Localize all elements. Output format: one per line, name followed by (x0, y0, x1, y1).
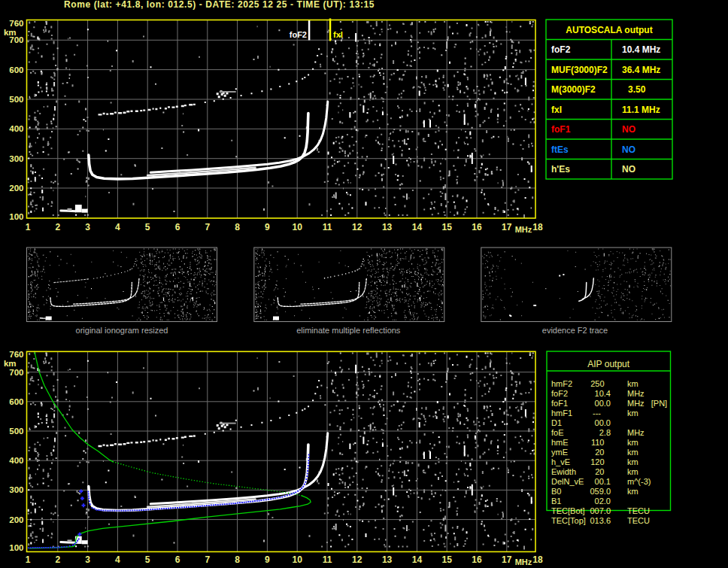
svg-text:250: 250 (590, 379, 604, 388)
svg-text:00.1: 00.1 (595, 477, 611, 486)
svg-text:MUF(3000)F2: MUF(3000)F2 (551, 65, 608, 75)
svg-text:13: 13 (382, 554, 393, 565)
svg-text:12: 12 (352, 222, 362, 232)
svg-text:h'Es: h'Es (551, 164, 570, 175)
svg-text:3: 3 (85, 554, 90, 565)
svg-text:foF2: foF2 (551, 44, 571, 55)
svg-text:20: 20 (595, 448, 604, 457)
svg-text:100: 100 (9, 543, 23, 552)
svg-text:18: 18 (532, 554, 543, 565)
svg-text:11: 11 (323, 554, 332, 565)
svg-text:120: 120 (590, 457, 604, 466)
svg-text:km: km (627, 467, 639, 476)
svg-text:760: 760 (9, 350, 23, 359)
svg-text:TECU: TECU (627, 516, 650, 525)
svg-text:2.8: 2.8 (599, 428, 611, 437)
svg-text:1: 1 (26, 222, 31, 232)
svg-text:TEC[Bot]: TEC[Bot] (551, 506, 585, 515)
svg-text:DelN_vE: DelN_vE (551, 477, 584, 486)
svg-text:foF1: foF1 (551, 124, 571, 135)
svg-text:13: 13 (382, 222, 393, 232)
svg-text:15: 15 (442, 222, 453, 232)
svg-text:17: 17 (502, 222, 512, 232)
svg-text:TECU: TECU (627, 506, 650, 515)
svg-text:36.4 MHz: 36.4 MHz (622, 65, 660, 75)
svg-text:10: 10 (293, 222, 303, 232)
svg-text:059.0: 059.0 (590, 487, 611, 496)
svg-text:B0: B0 (551, 487, 561, 496)
svg-text:M(3000)F2: M(3000)F2 (551, 84, 596, 95)
svg-text:200: 200 (9, 184, 23, 193)
svg-text:km: km (627, 448, 639, 457)
svg-text:2: 2 (55, 554, 60, 565)
svg-text:00.0: 00.0 (595, 418, 611, 427)
svg-text:14: 14 (412, 222, 423, 232)
svg-text:---: --- (593, 409, 601, 418)
svg-text:8: 8 (235, 222, 240, 232)
svg-text:1: 1 (26, 554, 31, 565)
svg-text:9: 9 (265, 222, 270, 232)
svg-text:600: 600 (9, 397, 23, 406)
svg-text:Ewidth: Ewidth (551, 467, 576, 476)
svg-text:20: 20 (595, 467, 604, 476)
svg-text:10: 10 (293, 554, 303, 565)
svg-text:7: 7 (205, 554, 210, 565)
svg-text:700: 700 (9, 35, 23, 44)
svg-text:110: 110 (591, 438, 605, 447)
svg-text:12: 12 (352, 554, 362, 565)
svg-text:16: 16 (472, 554, 482, 565)
svg-text:original ionogram resized: original ionogram resized (76, 326, 168, 335)
svg-text:00.0: 00.0 (595, 399, 611, 408)
svg-text:NO: NO (622, 124, 635, 135)
svg-text:km: km (627, 438, 639, 447)
svg-text:5: 5 (145, 554, 150, 565)
svg-text:km: km (627, 379, 639, 388)
svg-text:10.4: 10.4 (595, 389, 611, 398)
svg-text:6: 6 (175, 554, 180, 565)
svg-text:MHz: MHz (627, 389, 645, 398)
svg-text:ftEs: ftEs (551, 144, 569, 155)
svg-text:km: km (627, 487, 639, 496)
svg-text:TEC[Top]: TEC[Top] (551, 516, 586, 525)
svg-text:11: 11 (323, 222, 332, 232)
svg-text:7: 7 (205, 222, 210, 232)
svg-text:km: km (627, 457, 639, 466)
svg-text:hmE: hmE (551, 438, 569, 447)
svg-text:5: 5 (145, 222, 150, 232)
svg-text:10.4 MHz: 10.4 MHz (622, 44, 660, 55)
svg-text:500: 500 (9, 95, 23, 104)
svg-text:hmF1: hmF1 (551, 409, 572, 418)
svg-text:D1: D1 (551, 418, 562, 427)
svg-text:3: 3 (85, 222, 90, 232)
svg-text:02.0: 02.0 (595, 497, 611, 506)
svg-text:200: 200 (9, 515, 23, 524)
svg-text:B1: B1 (551, 497, 561, 506)
svg-text:9: 9 (265, 554, 270, 565)
svg-text:MHz [PN]: MHz [PN] (627, 399, 667, 408)
svg-text:500: 500 (9, 427, 23, 436)
svg-text:ymE: ymE (551, 448, 568, 457)
svg-text:NO: NO (622, 144, 635, 155)
svg-text:17: 17 (502, 554, 512, 565)
svg-text:11.1 MHz: 11.1 MHz (622, 105, 660, 115)
svg-text:16: 16 (472, 222, 482, 232)
svg-text:15: 15 (442, 554, 453, 565)
svg-text:h_vE: h_vE (551, 457, 570, 466)
svg-text:hmF2: hmF2 (551, 379, 572, 388)
svg-text:8: 8 (235, 554, 240, 565)
svg-text:6: 6 (175, 222, 180, 232)
svg-text:foF2: foF2 (551, 389, 568, 398)
svg-text:AUTOSCALA output: AUTOSCALA output (566, 25, 652, 35)
svg-text:300: 300 (9, 485, 23, 494)
svg-text:007.0: 007.0 (590, 506, 611, 515)
svg-text:Rome (lat: +41.8, lon: 012.5): Rome (lat: +41.8, lon: 012.5) - DATE: 20… (64, 0, 375, 10)
svg-text:400: 400 (9, 124, 23, 133)
svg-text:evidence F2 trace: evidence F2 trace (542, 326, 608, 335)
svg-text:MHz: MHz (627, 428, 645, 437)
svg-text:km: km (627, 409, 639, 418)
svg-text:foE: foE (551, 428, 564, 437)
svg-text:3.50: 3.50 (628, 84, 646, 95)
svg-text:700: 700 (9, 368, 23, 377)
svg-text:18: 18 (532, 222, 543, 232)
svg-text:400: 400 (9, 456, 23, 465)
